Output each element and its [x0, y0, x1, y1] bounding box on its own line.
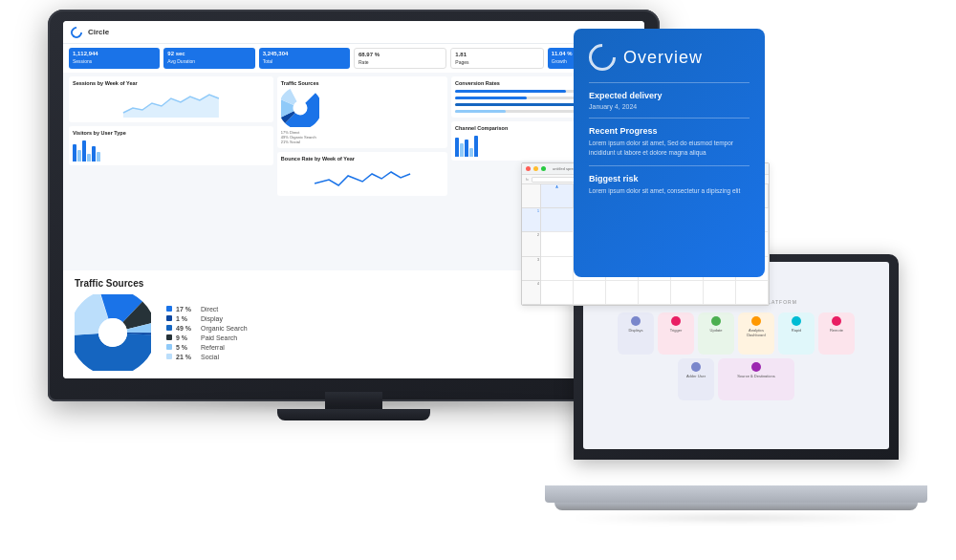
delivery-heading: Expected delivery: [589, 91, 750, 100]
legend-pct-social: 21 %: [176, 354, 197, 360]
stat-duration-label: Avg Duration: [167, 58, 250, 65]
risk-heading: Biggest risk: [589, 174, 750, 183]
bounce-rate-panel: Bounce Rate by Week of Year: [277, 152, 447, 196]
ch-bar-2: [460, 143, 464, 157]
progress-body: Lorem ipsum dolor sit amet, Sed do eiusm…: [589, 139, 750, 158]
legend-dot-direct: [166, 306, 172, 312]
traffic-mini-legend: 17% Direct 49% Organic Search 21% Social: [281, 130, 444, 144]
cell-g4: [736, 281, 769, 305]
legend-dot-paid: [166, 334, 172, 340]
bar-5: [92, 146, 96, 162]
bounce-line-chart: [281, 164, 444, 191]
legend-item-display: 1 % Display: [166, 315, 248, 322]
laptop-card-update: Update: [698, 312, 734, 355]
sessions-area-chart: [73, 89, 270, 118]
card-label-source: Source & Destinations: [737, 374, 775, 378]
legend-item-referral: 5 % Referral: [166, 344, 248, 351]
card-dot-adder: [691, 362, 701, 372]
ch-bar-3: [465, 140, 468, 157]
visitors-bars: [73, 139, 270, 162]
legend-label-direct: Direct: [201, 306, 218, 312]
grid-corner: [522, 184, 541, 208]
dashboard-col-left: Sessions by Week of Year Visitors by Use…: [69, 76, 273, 267]
legend-pct-direct: 17 %: [176, 306, 197, 312]
legend-pct-display: 1 %: [176, 315, 197, 322]
traffic-sources-mini-panel: Traffic Sources 17% Direct: [277, 76, 447, 148]
card-dot-remote: [832, 316, 841, 326]
overview-circle-icon: [583, 38, 621, 76]
stat-sessions-label: Sessions: [73, 58, 156, 65]
svg-point-11: [98, 318, 127, 347]
card-dot-rapid: [792, 316, 801, 326]
risk-body: Lorem ipsum dolor sit amet, consectetur …: [589, 186, 750, 196]
stat-duration-num: 92 sec: [167, 51, 250, 58]
overview-section-progress: Recent Progress Lorem ipsum dolor sit am…: [589, 126, 750, 158]
stat-card-duration: 92 sec Avg Duration: [163, 48, 254, 69]
traffic-mini-pie: [281, 89, 319, 127]
sessions-chart-title: Sessions by Week of Year: [73, 80, 270, 86]
overview-panel: Overview Expected delivery January 4, 20…: [574, 29, 765, 277]
legend-item-paid: 9 % Paid Search: [166, 334, 248, 341]
ch-bar-4: [469, 148, 473, 157]
laptop-bottom-edge: [554, 503, 918, 510]
legend-pct-organic: 49 %: [176, 325, 197, 332]
scene: Circle 1,112,944 Sessions 92 sec Avg Dur…: [0, 0, 956, 560]
traffic-sources-mini-title: Traffic Sources: [281, 80, 444, 86]
legend-pct-paid: 9 %: [176, 334, 197, 341]
card-label-adder: Adder User: [686, 374, 706, 378]
stat-card-pages: 1.81 Pages: [450, 48, 543, 69]
col-header-a: A: [541, 184, 574, 208]
bar-4: [87, 154, 91, 162]
stats-row: 1,112,944 Sessions 92 sec Avg Duration 3…: [63, 44, 644, 73]
card-dot-update: [711, 316, 721, 326]
sessions-chart-panel: Sessions by Week of Year: [69, 76, 273, 122]
card-label-rapid: Rapid: [792, 328, 801, 333]
cell-d4: [639, 281, 671, 305]
cell-a4: [541, 281, 574, 305]
row-num-2: 2: [522, 232, 541, 256]
monitor-base: [277, 409, 430, 420]
cell-b4: [574, 281, 606, 305]
row-num-1: 1: [522, 208, 541, 232]
laptop-cards-row2: Adder User Source & Destinations: [678, 358, 794, 400]
legend-label-paid: Paid Search: [201, 334, 237, 341]
visitors-chart-panel: Visitors by User Type: [69, 126, 273, 165]
overview-logo: Overview: [589, 44, 750, 71]
legend-dot-organic: [166, 325, 172, 331]
dot-minimize: [533, 166, 538, 171]
legend-label-social: Social: [201, 354, 219, 360]
dot-maximize: [541, 166, 546, 171]
card-label-displays: Displays: [628, 328, 642, 333]
dashboard-brand: Circle: [88, 28, 109, 36]
dashboard-col-mid: Traffic Sources 17% Direct: [277, 76, 447, 267]
card-label-update: Update: [710, 328, 723, 333]
cell-c4: [606, 281, 639, 305]
overview-title: Overview: [623, 48, 703, 68]
legend-dot-referral: [166, 344, 172, 350]
ch-bar-1: [455, 138, 459, 157]
laptop-card-source: Source & Destinations: [718, 358, 794, 400]
bar-3: [82, 140, 86, 162]
stat-total-label: Total: [263, 58, 346, 65]
legend-dot-display: [166, 315, 172, 321]
card-label-remote: Remote: [830, 328, 843, 333]
overview-section-delivery: Expected delivery January 4, 2024: [589, 91, 750, 110]
stat-rate-label: Rate: [358, 59, 442, 66]
laptop-card-analytics: Analytics Dashboard: [738, 312, 774, 355]
cell-e4: [671, 281, 704, 305]
monitor-shadow: [109, 398, 598, 409]
cell-a1: [541, 208, 574, 232]
cell-f4: [704, 281, 736, 305]
ch-bar-5: [474, 136, 478, 157]
stat-rate-num: 68.97 %: [358, 52, 442, 59]
delivery-date: January 4, 2024: [589, 103, 750, 110]
cell-a3: [541, 257, 574, 281]
bar-1: [73, 144, 76, 162]
cell-a2: [541, 232, 574, 256]
legend-label-organic: Organic Search: [201, 325, 248, 332]
dashboard-topbar: Circle: [63, 21, 644, 44]
card-dot-analytics: [751, 316, 761, 326]
card-label-trigger: Trigger: [670, 328, 683, 333]
overview-section-risk: Biggest risk Lorem ipsum dolor sit amet,…: [589, 174, 750, 196]
bar-6: [97, 152, 100, 162]
